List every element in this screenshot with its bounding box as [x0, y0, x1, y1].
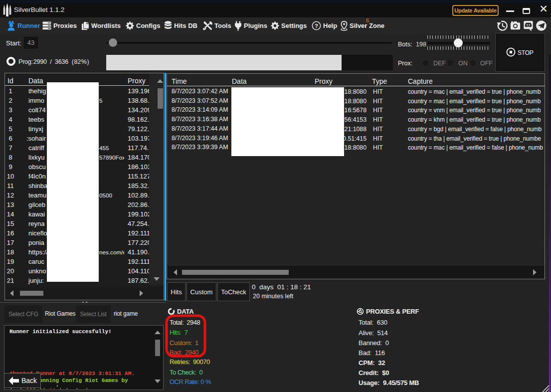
svg-text:?: ?: [315, 23, 318, 29]
